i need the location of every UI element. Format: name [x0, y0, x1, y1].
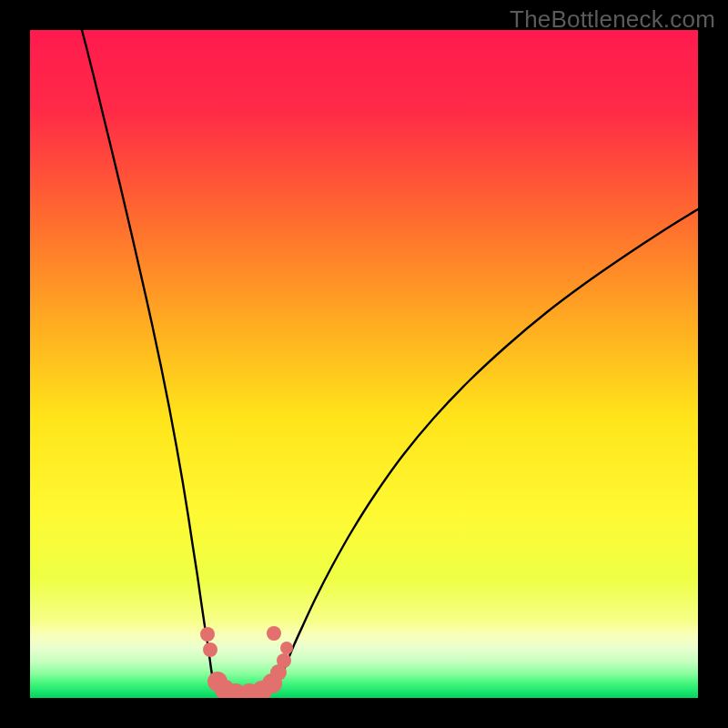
data-marker — [267, 626, 281, 641]
data-marker — [203, 642, 217, 657]
chart-frame: TheBottleneck.com — [0, 0, 728, 728]
left-curve — [82, 30, 232, 698]
data-marker — [200, 627, 215, 642]
curve-layer — [30, 30, 698, 698]
plot-area — [30, 30, 698, 698]
watermark-text: TheBottleneck.com — [510, 5, 715, 34]
data-marker — [280, 642, 293, 654]
right-curve — [256, 209, 698, 698]
data-markers — [200, 626, 293, 698]
data-marker — [277, 653, 291, 668]
